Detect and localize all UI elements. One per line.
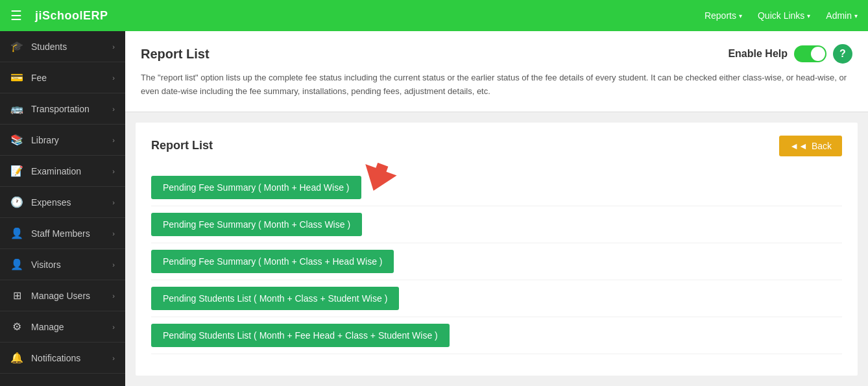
back-icon: ◄◄ (790, 141, 808, 151)
quick-links-label: Quick Links (758, 10, 804, 21)
sidebar-item-label: Examination (31, 166, 81, 176)
examination-chevron-icon: › (112, 167, 115, 175)
manage-users-chevron-icon: › (112, 292, 115, 300)
report-description: The "report list" option lists up the co… (141, 71, 852, 99)
top-nav-right: Reports ▾ Quick Links ▾ Admin ▾ (705, 10, 858, 21)
notifications-icon: 🔔 (10, 352, 23, 364)
report-row-2: Pending Fee Summary ( Month + Class Wise… (151, 206, 842, 243)
fee-chevron-icon: › (112, 74, 115, 82)
expenses-chevron-icon: › (112, 199, 115, 206)
quick-links-chevron-icon: ▾ (807, 12, 810, 19)
reports-label: Reports (705, 10, 736, 21)
sidebar-item-manage-users[interactable]: ⊞ Manage Users › (0, 280, 125, 311)
svg-marker-0 (359, 163, 398, 195)
students-icon: 🎓 (10, 40, 23, 53)
library-chevron-icon: › (112, 136, 115, 144)
sidebar-item-label: Manage (31, 322, 64, 332)
report-row-3: Pending Fee Summary ( Month + Class + He… (151, 243, 842, 280)
app-logo: jiSchoolERP (35, 9, 705, 23)
students-chevron-icon: › (112, 43, 115, 51)
content-area: Report List Enable Help ? The "report li… (125, 31, 868, 386)
pending-fee-summary-month-class-wise-button[interactable]: Pending Fee Summary ( Month + Class Wise… (151, 213, 362, 236)
sidebar-item-label: Staff Members (31, 228, 90, 239)
report-body-panel: Report List ◄◄ Back Pending Fee Summary … (136, 123, 858, 376)
red-arrow (359, 163, 398, 198)
sidebar-item-label: Library (31, 135, 59, 145)
sidebar-item-library[interactable]: 📚 Library › (0, 125, 125, 156)
sidebar-item-label: Visitors (31, 259, 61, 270)
pending-fee-summary-month-head-wise-button[interactable]: Pending Fee Summary ( Month + Head Wise … (151, 176, 361, 199)
help-circle-icon[interactable]: ? (833, 44, 852, 64)
manage-users-icon: ⊞ (10, 289, 23, 302)
pending-fee-summary-month-class-head-wise-button[interactable]: Pending Fee Summary ( Month + Class + He… (151, 250, 394, 273)
sidebar-item-expenses[interactable]: 🕐 Expenses › (0, 187, 125, 218)
sidebar: 🎓 Students › 💳 Fee › 🚌 Transportation › … (0, 31, 125, 386)
notifications-chevron-icon: › (112, 354, 115, 362)
main-layout: 🎓 Students › 💳 Fee › 🚌 Transportation › … (0, 31, 868, 386)
report-header-top: Report List Enable Help ? (141, 44, 852, 64)
pending-students-list-month-fee-head-class-student-wise-button[interactable]: Pending Students List ( Month + Fee Head… (151, 324, 450, 347)
quick-links-link[interactable]: Quick Links ▾ (758, 10, 810, 21)
report-row-1: Pending Fee Summary ( Month + Head Wise … (151, 169, 842, 206)
report-row-5: Pending Students List ( Month + Fee Head… (151, 317, 842, 354)
back-button[interactable]: ◄◄ Back (779, 136, 842, 156)
admin-label: Admin (826, 10, 852, 21)
sidebar-item-examination[interactable]: 📝 Examination › (0, 156, 125, 187)
sidebar-item-label: Students (31, 42, 67, 52)
pending-students-list-month-class-student-wise-button[interactable]: Pending Students List ( Month + Class + … (151, 287, 399, 310)
manage-icon: ⚙ (10, 320, 23, 333)
staff-icon: 👤 (10, 227, 23, 239)
report-buttons-list: Pending Fee Summary ( Month + Head Wise … (151, 169, 842, 354)
sidebar-item-notifications[interactable]: 🔔 Notifications › (0, 343, 125, 374)
fee-icon: 💳 (10, 71, 23, 84)
admin-chevron-icon: ▾ (854, 12, 858, 19)
manage-chevron-icon: › (112, 323, 115, 331)
sidebar-item-label: Expenses (31, 197, 71, 208)
sidebar-item-label: Fee (31, 73, 47, 83)
sidebar-item-students[interactable]: 🎓 Students › (0, 31, 125, 62)
transportation-icon: 🚌 (10, 103, 23, 115)
report-body-header: Report List ◄◄ Back (151, 136, 842, 156)
hamburger-icon[interactable]: ☰ (10, 8, 22, 23)
transportation-chevron-icon: › (112, 105, 115, 113)
enable-help-toggle[interactable] (794, 45, 826, 62)
sidebar-item-staff-members[interactable]: 👤 Staff Members › (0, 218, 125, 249)
visitors-icon: 👤 (10, 258, 23, 271)
sidebar-item-label: Notifications (31, 353, 80, 363)
sidebar-item-fee[interactable]: 💳 Fee › (0, 62, 125, 93)
report-row-4: Pending Students List ( Month + Class + … (151, 280, 842, 317)
reports-link[interactable]: Reports ▾ (705, 10, 742, 21)
toggle-knob (811, 47, 825, 61)
staff-chevron-icon: › (112, 230, 115, 237)
visitors-chevron-icon: › (112, 261, 115, 269)
report-header-panel: Report List Enable Help ? The "report li… (125, 31, 868, 112)
sidebar-item-manage[interactable]: ⚙ Manage › (0, 311, 125, 343)
library-icon: 📚 (10, 134, 23, 146)
back-button-label: Back (812, 141, 832, 151)
report-body-title: Report List (151, 139, 213, 152)
examination-icon: 📝 (10, 165, 23, 177)
admin-link[interactable]: Admin ▾ (826, 10, 858, 21)
sidebar-item-label: Transportation (31, 104, 90, 114)
sidebar-item-label: Manage Users (31, 291, 90, 301)
reports-chevron-icon: ▾ (739, 12, 742, 19)
top-nav: ☰ jiSchoolERP Reports ▾ Quick Links ▾ Ad… (0, 0, 868, 31)
expenses-icon: 🕐 (10, 196, 23, 208)
enable-help-label: Enable Help (728, 48, 788, 60)
enable-help-area: Enable Help ? (728, 44, 852, 64)
sidebar-item-visitors[interactable]: 👤 Visitors › (0, 249, 125, 280)
sidebar-item-transportation[interactable]: 🚌 Transportation › (0, 93, 125, 125)
report-header-title: Report List (141, 47, 210, 62)
